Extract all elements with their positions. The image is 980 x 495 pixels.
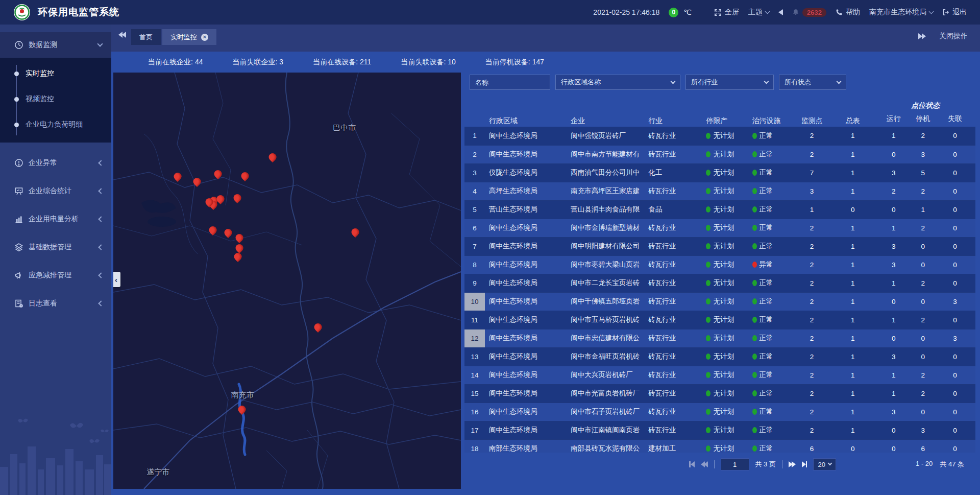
fullscreen-button[interactable]: 全屏 xyxy=(714,8,739,17)
table-row[interactable]: 4高坪生态环境局南充市高坪区王家店建砖瓦行业无计划正常31220 xyxy=(464,182,975,200)
stat-value: 3 xyxy=(279,58,283,66)
table-row[interactable]: 14阆中生态环境局阆中大兴页岩机砖厂砖瓦行业无计划正常21120 xyxy=(464,366,975,384)
sidebar-item-6[interactable]: 日志查看 xyxy=(0,289,111,317)
theme-dropdown[interactable]: 主题 xyxy=(748,8,769,17)
last-page-button[interactable] xyxy=(802,461,807,467)
sidebar-item-2[interactable]: 企业综合统计 xyxy=(0,177,111,205)
sound-mute-button[interactable] xyxy=(778,9,783,15)
cell-treatment-status: 正常 xyxy=(748,439,794,453)
sidebar-item-0[interactable]: 数据监测 xyxy=(0,32,111,58)
cell-index: 12 xyxy=(464,329,485,347)
cell-monitor-points: 6 xyxy=(794,439,830,453)
sidebar-item-label: 企业用电量分析 xyxy=(29,215,99,224)
region-select[interactable]: 行政区域名称 xyxy=(555,75,680,90)
tabs-scroll-left-icon[interactable] xyxy=(118,32,126,38)
status-select[interactable]: 所有状态 xyxy=(779,75,846,90)
page-size-select[interactable]: 20 xyxy=(813,458,836,470)
speaker-mute-icon xyxy=(778,9,783,15)
table-row[interactable]: 13阆中生态环境局阆中市金福旺页岩机砖砖瓦行业无计划正常21300 xyxy=(464,347,975,366)
cell-treatment-status: 正常 xyxy=(748,237,794,255)
cell-running: 3 xyxy=(876,347,912,366)
table-row[interactable]: 6阆中生态环境局阆中市金博瑞新型墙材砖瓦行业无计划正常21120 xyxy=(464,219,975,237)
status-dot-icon xyxy=(752,445,757,452)
table-row[interactable]: 10阆中生态环境局阆中千佛镇五郎垭页岩砖瓦行业无计划正常21003 xyxy=(464,292,975,311)
table-row[interactable]: 12阆中生态环境局阆中市忠信建材有限公砖瓦行业无计划正常21003 xyxy=(464,329,975,347)
cell-company: 阆中千佛镇五郎垭页岩 xyxy=(567,292,644,311)
sidebar-item-4[interactable]: 基础数据管理 xyxy=(0,233,111,261)
sidebar-item-5[interactable]: 应急减排管理 xyxy=(0,261,111,289)
status-dot-icon xyxy=(706,225,710,231)
table-row[interactable]: 15阆中生态环境局阆中市光富页岩机砖厂砖瓦行业无计划正常21120 xyxy=(464,384,975,403)
help-button[interactable]: 帮助 xyxy=(836,8,860,17)
first-page-button[interactable] xyxy=(689,461,695,467)
user-org-dropdown[interactable]: 南充市生态环境局 xyxy=(869,8,933,17)
sidebar-item-label: 日志查看 xyxy=(29,299,99,308)
logout-icon xyxy=(942,9,949,16)
table-row[interactable]: 17阆中生态环境局阆中市江南镇阆南页岩砖瓦行业无计划正常21030 xyxy=(464,421,975,439)
industry-select[interactable]: 所有行业 xyxy=(685,75,774,90)
cell-index: 1 xyxy=(464,127,485,145)
table-row[interactable]: 18南部生态环境局南部县砖瓦水泥有限公建材加工无计划正常60060 xyxy=(464,439,975,453)
col-meter: 总表 xyxy=(830,95,876,127)
table-row[interactable]: 16阆中生态环境局阆中市石子页岩机砖厂砖瓦行业无计划正常21300 xyxy=(464,403,975,421)
sidebar-item-3[interactable]: 企业用电量分析 xyxy=(0,205,111,233)
cell-treatment-status: 异常 xyxy=(748,255,794,274)
cell-region: 阆中生态环境局 xyxy=(485,403,567,421)
tabs-scroll-right-icon[interactable] xyxy=(918,33,926,39)
tab-home-label: 首页 xyxy=(139,33,153,42)
logout-button[interactable]: 退出 xyxy=(942,8,967,17)
stat-value: 147 xyxy=(532,58,544,66)
cell-treatment-status: 正常 xyxy=(748,200,794,219)
cell-stopped: 2 xyxy=(912,182,935,200)
table-row[interactable]: 7阆中生态环境局阆中明阳建材有限公司砖瓦行业无计划正常21300 xyxy=(464,237,975,255)
sidebar-subitem[interactable]: 实时监控 xyxy=(0,61,111,86)
cell-treatment-status: 正常 xyxy=(748,182,794,200)
phone-icon xyxy=(836,9,843,16)
col-industry: 行业 xyxy=(644,95,702,127)
sidebar-item-label: 企业异常 xyxy=(29,158,99,168)
chevron-left-icon xyxy=(98,272,104,278)
table-row[interactable]: 9阆中生态环境局阆中市二龙长宝页岩砖砖瓦行业无计划正常21120 xyxy=(464,274,975,292)
map-panel[interactable]: 巴中市南充市遂宁市 ‹ xyxy=(113,73,461,489)
cell-stopped: 2 xyxy=(912,366,935,384)
cell-treatment-status: 正常 xyxy=(748,421,794,439)
tab-home[interactable]: 首页 xyxy=(131,29,161,45)
table-row[interactable]: 8阆中生态环境局阆中市枣碧大梁山页岩砖瓦行业无计划异常21300 xyxy=(464,255,975,274)
prev-page-button[interactable] xyxy=(701,461,708,467)
cell-offline: 0 xyxy=(935,311,975,329)
cell-monitor-points: 7 xyxy=(794,163,830,182)
alert-icon xyxy=(14,158,23,168)
cell-production-status: 无计划 xyxy=(702,311,748,329)
next-page-button[interactable] xyxy=(789,461,796,467)
table-row[interactable]: 1阆中生态环境局阆中强锐页岩砖厂砖瓦行业无计划正常21120 xyxy=(464,127,975,145)
sidebar-subitem-label: 企业电力负荷明细 xyxy=(26,120,83,129)
panel-collapse-handle[interactable]: ‹ xyxy=(113,272,120,287)
status-dot-icon xyxy=(706,427,710,433)
gauge-icon xyxy=(14,40,23,50)
status-dot-icon xyxy=(706,353,710,360)
table-row[interactable]: 3仪陇生态环境局西南油气田分公司川中化工无计划正常71350 xyxy=(464,163,975,182)
sidebar-subitem[interactable]: 企业电力负荷明细 xyxy=(0,112,111,137)
close-operations-button[interactable]: 关闭操作 xyxy=(939,32,968,41)
table-row[interactable]: 5营山生态环境局营山县润丰肉食品有限食品无计划正常10010 xyxy=(464,200,975,219)
cell-treatment-status: 正常 xyxy=(748,366,794,384)
cell-monitor-points: 1 xyxy=(794,200,830,219)
tab-realtime-monitor[interactable]: 实时监控 ✕ xyxy=(162,29,216,45)
table-row[interactable]: 2阆中生态环境局阆中市南方节能建材有砖瓦行业无计划正常21030 xyxy=(464,145,975,163)
cell-company: 阆中市二龙长宝页岩砖 xyxy=(567,274,644,292)
sidebar-subitem[interactable]: 视频监控 xyxy=(0,86,111,112)
cell-company: 阆中市忠信建材有限公 xyxy=(567,329,644,347)
cell-company: 阆中市金福旺页岩机砖 xyxy=(567,347,644,366)
cell-index: 17 xyxy=(464,421,485,439)
sidebar-item-1[interactable]: 企业异常 xyxy=(0,149,111,177)
page-number-input[interactable] xyxy=(721,458,749,470)
total-label: 共 47 条 xyxy=(940,460,964,469)
notifications[interactable]: 2632 xyxy=(792,8,826,17)
table-row[interactable]: 11阆中生态环境局阆中市五马桥页岩机砖砖瓦行业无计划正常21120 xyxy=(464,311,975,329)
name-search-input[interactable] xyxy=(470,75,550,90)
cell-total-meters: 1 xyxy=(830,329,876,347)
cell-index: 3 xyxy=(464,163,485,182)
status-dot-icon xyxy=(706,390,710,396)
cell-region: 阆中生态环境局 xyxy=(485,366,567,384)
tab-close-icon[interactable]: ✕ xyxy=(201,34,208,41)
